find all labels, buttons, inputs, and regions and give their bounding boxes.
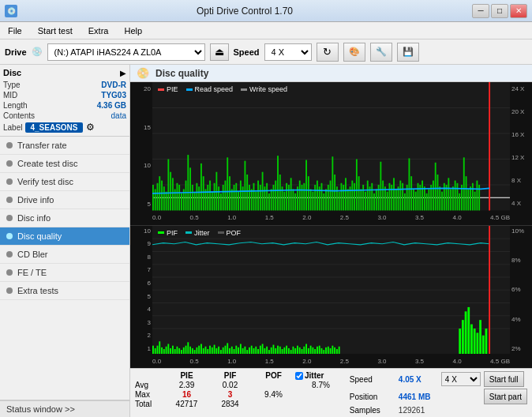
speed-stat-select[interactable]: 4 X — [441, 372, 481, 386]
y-label-r: 6% — [511, 286, 530, 293]
charts-area: 20 15 10 5 24 X 20 X 16 X 12 X 8 X 4 X — [130, 82, 532, 368]
y-axis-right-bottom: 10% 8% 6% 4% 2% — [510, 226, 532, 355]
svg-rect-73 — [299, 181, 301, 211]
svg-rect-224 — [279, 346, 281, 354]
svg-rect-233 — [299, 347, 301, 354]
speed-select[interactable]: 4 X — [264, 43, 312, 61]
svg-rect-84 — [323, 193, 324, 211]
chart-header: 📀 Disc quality — [130, 65, 532, 82]
svg-rect-70 — [293, 189, 294, 210]
stats-bar: PIE PIF POF Jitter Avg 2.39 0.02 8.7% — [130, 368, 532, 417]
svg-rect-142 — [450, 189, 451, 210]
y-axis-right-top: 24 X 20 X 16 X 12 X 8 X 4 X — [510, 82, 532, 211]
max-pif: 3 — [208, 390, 252, 399]
svg-rect-189 — [203, 348, 204, 354]
x-label: 4.0 — [453, 358, 462, 365]
start-part-button[interactable]: Start part — [484, 389, 527, 404]
nav-item-disc-quality[interactable]: Disc quality — [0, 227, 129, 246]
disc-panel-arrow[interactable]: ▶ — [120, 69, 126, 77]
nav-item-extra-tests[interactable]: Extra tests — [0, 282, 129, 300]
svg-rect-252 — [459, 329, 461, 355]
nav-item-disc-info[interactable]: Disc info — [0, 209, 129, 227]
start-full-button[interactable]: Start full — [484, 371, 524, 387]
disc-label-icon[interactable]: ⚙ — [86, 122, 95, 133]
svg-rect-220 — [271, 347, 272, 354]
x-label: 2.5 — [340, 214, 349, 221]
menu-bar: File Start test Extra Help — [0, 22, 532, 39]
nav-item-fe-te[interactable]: FE / TE — [0, 264, 129, 282]
svg-rect-256 — [470, 324, 473, 354]
drive-select[interactable]: (N:) ATAPI iHAS224 A ZL0A — [47, 43, 205, 61]
svg-rect-148 — [463, 157, 465, 210]
nav-item-verify-test-disc[interactable]: Verify test disc — [0, 173, 129, 191]
svg-rect-26 — [196, 183, 197, 211]
save-button[interactable]: 💾 — [397, 43, 419, 62]
settings-button2[interactable]: 🔧 — [370, 43, 392, 62]
svg-rect-230 — [293, 346, 294, 354]
nav-dot — [6, 287, 13, 294]
svg-rect-239 — [312, 347, 313, 354]
menu-start-test[interactable]: Start test — [33, 24, 77, 37]
svg-rect-8 — [157, 183, 159, 211]
close-button[interactable]: ✕ — [510, 4, 527, 18]
x-label: 0.0 — [152, 358, 161, 365]
y-label: 10 — [132, 227, 151, 235]
nav-item-create-test-disc[interactable]: Create test disc — [0, 155, 129, 173]
svg-rect-87 — [330, 181, 332, 211]
jitter-checkbox[interactable] — [295, 372, 303, 380]
svg-rect-221 — [273, 344, 275, 354]
disc-panel-title: Disc — [3, 68, 21, 77]
svg-rect-193 — [212, 347, 213, 354]
disc-contents-value: data — [111, 111, 126, 120]
samples-stat-value: 129261 — [399, 406, 438, 415]
svg-rect-62 — [275, 181, 276, 211]
svg-rect-58 — [266, 183, 268, 211]
svg-rect-167 — [155, 348, 156, 354]
svg-rect-22 — [187, 155, 189, 210]
disc-panel: Disc ▶ Type DVD-R MID TYG03 Length 4.36 … — [0, 65, 129, 137]
nav-label: Create test disc — [17, 159, 77, 168]
pie-legend-label: PIE — [167, 85, 178, 93]
drive-label: Drive — [5, 47, 27, 57]
maximize-button[interactable]: □ — [491, 4, 508, 18]
pif-legend-color — [158, 231, 164, 234]
svg-rect-134 — [433, 181, 434, 211]
avg-label: Avg — [135, 381, 165, 389]
top-chart: 20 15 10 5 24 X 20 X 16 X 12 X 8 X 4 X — [130, 82, 532, 226]
refresh-button[interactable]: ↻ — [317, 43, 339, 62]
nav-item-cd-bler[interactable]: CD Bler — [0, 246, 129, 264]
svg-rect-107 — [373, 193, 375, 211]
eject-button[interactable]: ⏏ — [210, 43, 229, 61]
y-label: 1 — [132, 345, 151, 352]
pie-legend-color — [158, 88, 164, 91]
app-icon: 💿 — [5, 5, 17, 17]
nav-dot — [6, 215, 13, 221]
menu-file[interactable]: File — [3, 24, 27, 37]
max-label: Max — [135, 390, 165, 399]
menu-extra[interactable]: Extra — [84, 24, 114, 37]
nav-label: Transfer rate — [17, 141, 67, 150]
svg-rect-111 — [382, 181, 384, 211]
pof-legend-color — [218, 231, 224, 234]
menu-help[interactable]: Help — [119, 24, 147, 37]
nav-item-drive-info[interactable]: Drive info — [0, 191, 129, 209]
y-label: 5 — [132, 201, 151, 208]
svg-rect-242 — [319, 345, 320, 354]
nav-label: FE / TE — [17, 268, 47, 277]
x-label: 3.5 — [415, 358, 424, 365]
svg-rect-260 — [482, 335, 485, 354]
svg-rect-232 — [297, 345, 298, 354]
pif-header: PIF — [208, 371, 252, 380]
status-window-button[interactable]: Status window >> — [0, 400, 129, 417]
chart-icon: 📀 — [137, 67, 149, 79]
nav-item-transfer-rate[interactable]: Transfer rate — [0, 137, 129, 155]
settings-button1[interactable]: 🎨 — [343, 43, 365, 62]
minimize-button[interactable]: ─ — [472, 4, 489, 18]
svg-rect-110 — [380, 162, 381, 211]
svg-rect-207 — [242, 348, 244, 354]
stats-right: Speed 4.05 X 4 X Start full Position 446… — [350, 371, 527, 415]
svg-rect-187 — [198, 345, 200, 354]
svg-rect-19 — [181, 193, 182, 211]
svg-rect-198 — [223, 347, 224, 354]
write-legend-label: Write speed — [249, 85, 287, 93]
